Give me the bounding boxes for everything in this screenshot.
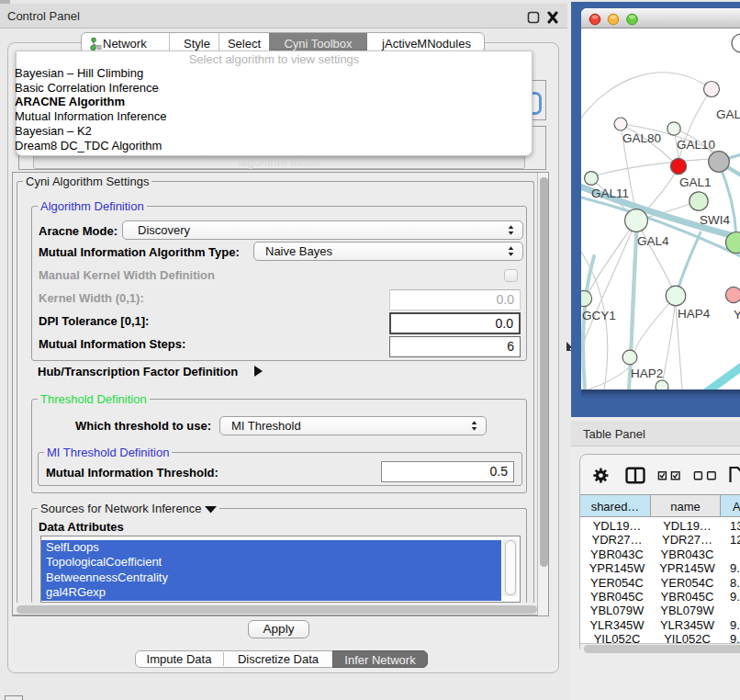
svg-text:GCY1: GCY1 bbox=[582, 309, 616, 322]
svg-text:GAL7: GAL7 bbox=[716, 107, 740, 121]
svg-text:GAL80: GAL80 bbox=[622, 131, 661, 145]
svg-text:GAL4: GAL4 bbox=[637, 234, 669, 248]
svg-text:HAP2: HAP2 bbox=[631, 367, 663, 380]
svg-text:GAL10: GAL10 bbox=[677, 138, 715, 152]
svg-text:SWI4: SWI4 bbox=[700, 213, 730, 227]
svg-text:HAP4: HAP4 bbox=[678, 307, 711, 321]
svg-text:GAL11: GAL11 bbox=[591, 186, 629, 200]
svg-text:GAL1: GAL1 bbox=[679, 175, 712, 189]
svg-text:Y: Y bbox=[734, 308, 740, 322]
